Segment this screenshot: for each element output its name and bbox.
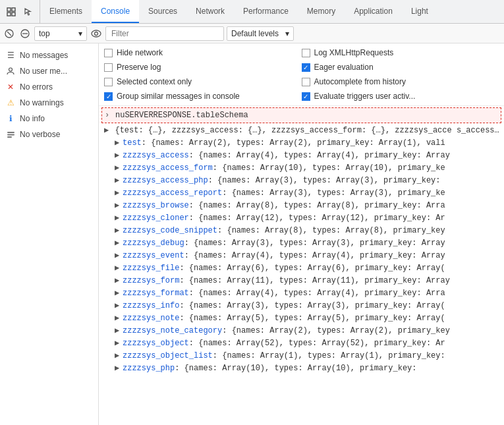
- tab-elements[interactable]: Elements: [40, 0, 92, 23]
- tree-key[interactable]: zzzzsys_object: [123, 339, 189, 348]
- sidebar-item-warnings[interactable]: ⚠ No warnings: [0, 95, 98, 111]
- tree-row[interactable]: ▶zzzzsys_info: {names: Array(3), types: …: [99, 300, 504, 312]
- tree-arrow[interactable]: ▶: [115, 326, 123, 337]
- option-selected-context[interactable]: Selected context only: [104, 75, 302, 88]
- tree-row[interactable]: ▶zzzzsys_code_snippet: {names: Array(8),…: [99, 225, 504, 237]
- svg-point-10: [9, 68, 13, 71]
- tree-arrow[interactable]: ▶: [115, 275, 123, 287]
- tree-row[interactable]: ▶zzzzsys_form: {names: Array(11), types:…: [99, 275, 504, 287]
- tab-network[interactable]: Network: [186, 0, 234, 23]
- tree-arrow[interactable]: ▶: [115, 150, 123, 161]
- tree-row[interactable]: ▶zzzzsys_access_php: {names: Array(3), t…: [99, 175, 504, 187]
- tree-row[interactable]: ▶zzzzsys_cloner: {names: Array(12), type…: [99, 212, 504, 225]
- clear-console-icon[interactable]: [3, 27, 16, 40]
- tree-arrow[interactable]: ▶: [115, 175, 123, 186]
- eye-icon[interactable]: [90, 27, 103, 40]
- tree-key[interactable]: zzzzsys_note: [123, 314, 179, 323]
- checkbox-eval-triggers[interactable]: ✓: [302, 92, 310, 101]
- option-autocomplete[interactable]: Autocomplete from history: [302, 75, 499, 88]
- tree-arrow[interactable]: ▶: [115, 338, 123, 349]
- tree-key[interactable]: zzzzsys_php: [123, 364, 175, 373]
- tree-row[interactable]: ▶zzzzsys_browse: {names: Array(8), types…: [99, 200, 504, 212]
- checkbox-group-similar[interactable]: ✓: [104, 92, 113, 101]
- tree-key[interactable]: zzzzsys_info: [123, 301, 179, 310]
- sidebar-item-errors[interactable]: ✕ No errors: [0, 79, 98, 95]
- option-hide-network[interactable]: Hide network: [104, 46, 302, 59]
- sidebar-item-verbose[interactable]: No verbose: [0, 127, 98, 142]
- tree-row[interactable]: ▶zzzzsys_event: {names: Array(4), types:…: [99, 250, 504, 262]
- tab-console[interactable]: Console: [92, 0, 139, 23]
- tree-arrow[interactable]: ▶: [115, 313, 123, 324]
- cursor-icon[interactable]: [21, 5, 36, 19]
- tree-arrow[interactable]: ▶: [115, 263, 123, 274]
- option-group-similar[interactable]: ✓ Group similar messages in console: [104, 90, 302, 103]
- tree-arrow[interactable]: ▶: [115, 288, 123, 299]
- tree-arrow[interactable]: ▶: [115, 225, 123, 237]
- tree-row[interactable]: ▶zzzzsys_note_category: {names: Array(2)…: [99, 325, 504, 337]
- tree-row[interactable]: ▶zzzzsys_php: {names: Array(10), types: …: [99, 362, 504, 375]
- sidebar-item-messages[interactable]: ☰ No messages: [0, 47, 98, 63]
- tree-key[interactable]: zzzzsys_format: [123, 289, 189, 298]
- console-output[interactable]: › nuSERVERRESPONSE.tableSchema ▶ {test: …: [99, 106, 504, 425]
- tab-application[interactable]: Application: [345, 0, 402, 23]
- tree-key[interactable]: zzzzsys_object_list: [123, 351, 213, 360]
- tree-row[interactable]: ▶zzzzsys_object: {names: Array(52), type…: [99, 337, 504, 350]
- tree-arrow[interactable]: ▶: [115, 200, 123, 212]
- option-log-xhr[interactable]: Log XMLHttpRequests: [302, 46, 499, 59]
- expand-icon[interactable]: ▶: [104, 126, 109, 135]
- tree-row[interactable]: ▶zzzzsys_format: {names: Array(4), types…: [99, 287, 504, 300]
- checkbox-hide-network[interactable]: [104, 49, 113, 57]
- tree-arrow[interactable]: ▶: [115, 363, 123, 374]
- inspect-icon[interactable]: [4, 5, 18, 19]
- log-levels-selector[interactable]: Default levels ▾: [227, 26, 294, 41]
- tree-key[interactable]: zzzzsys_form: [123, 276, 179, 285]
- block-icon[interactable]: [18, 27, 32, 40]
- option-preserve-log[interactable]: Preserve log: [104, 61, 302, 74]
- tree-arrow[interactable]: ▶: [115, 188, 123, 199]
- option-eval-triggers[interactable]: ✓ Evaluate triggers user activ...: [302, 90, 499, 103]
- tab-memory[interactable]: Memory: [298, 0, 345, 23]
- tree-entries: ▶test: {names: Array(2), types: Array(2)…: [99, 137, 504, 375]
- tab-performance[interactable]: Performance: [234, 0, 298, 23]
- tree-key[interactable]: zzzzsys_event: [123, 251, 184, 260]
- tree-arrow[interactable]: ▶: [115, 213, 123, 224]
- tree-row[interactable]: ▶zzzzsys_debug: {names: Array(3), types:…: [99, 237, 504, 250]
- checkbox-preserve-log[interactable]: [104, 63, 113, 72]
- checkbox-eager-eval[interactable]: ✓: [302, 63, 310, 72]
- tree-row[interactable]: ▶test: {names: Array(2), types: Array(2)…: [99, 137, 504, 150]
- tree-row[interactable]: ▶zzzzsys_file: {names: Array(6), types: …: [99, 262, 504, 275]
- tree-key[interactable]: zzzzsys_browse: [123, 201, 189, 210]
- sidebar-item-info[interactable]: ℹ No info: [0, 111, 98, 127]
- tree-key[interactable]: zzzzsys_access: [123, 151, 189, 160]
- checkbox-selected-context[interactable]: [104, 78, 113, 86]
- option-eager-eval[interactable]: ✓ Eager evaluation: [302, 61, 499, 74]
- checkbox-autocomplete[interactable]: [302, 78, 310, 86]
- context-selector[interactable]: top ▾: [34, 26, 87, 41]
- tree-arrow[interactable]: ▶: [115, 300, 123, 312]
- tree-arrow[interactable]: ▶: [115, 351, 123, 362]
- filter-input[interactable]: [105, 26, 224, 41]
- tree-key[interactable]: zzzzsys_access_form: [123, 163, 213, 173]
- console-summary-row[interactable]: ▶ {test: {…}, zzzzsys_access: {…}, zzzzs…: [99, 125, 504, 137]
- tree-key[interactable]: test: [123, 138, 142, 148]
- tree-key[interactable]: zzzzsys_debug: [123, 239, 184, 248]
- tree-key[interactable]: zzzzsys_access_report: [123, 188, 222, 198]
- tree-row[interactable]: ▶zzzzsys_access_report: {names: Array(3)…: [99, 187, 504, 200]
- tree-arrow[interactable]: ▶: [115, 138, 123, 149]
- tree-row[interactable]: ▶zzzzsys_object_list: {names: Array(1), …: [99, 350, 504, 362]
- tab-light[interactable]: Light: [402, 0, 437, 23]
- tree-key[interactable]: zzzzsys_file: [123, 264, 179, 273]
- tree-key[interactable]: zzzzsys_code_snippet: [123, 226, 217, 235]
- tree-arrow[interactable]: ▶: [115, 250, 123, 262]
- tree-arrow[interactable]: ▶: [115, 163, 123, 174]
- tree-key[interactable]: zzzzsys_note_category: [123, 326, 222, 335]
- checkbox-log-xhr[interactable]: [302, 49, 310, 57]
- tree-row[interactable]: ▶zzzzsys_access: {names: Array(4), types…: [99, 150, 504, 162]
- tree-row[interactable]: ▶zzzzsys_note: {names: Array(5), types: …: [99, 312, 504, 325]
- tree-key[interactable]: zzzzsys_cloner: [123, 213, 189, 223]
- tree-row[interactable]: ▶zzzzsys_access_form: {names: Array(10),…: [99, 162, 504, 175]
- tab-sources[interactable]: Sources: [139, 0, 186, 23]
- sidebar-item-user[interactable]: No user me...: [0, 63, 98, 79]
- tree-key[interactable]: zzzzsys_access_php: [123, 176, 208, 185]
- tree-arrow[interactable]: ▶: [115, 238, 123, 249]
